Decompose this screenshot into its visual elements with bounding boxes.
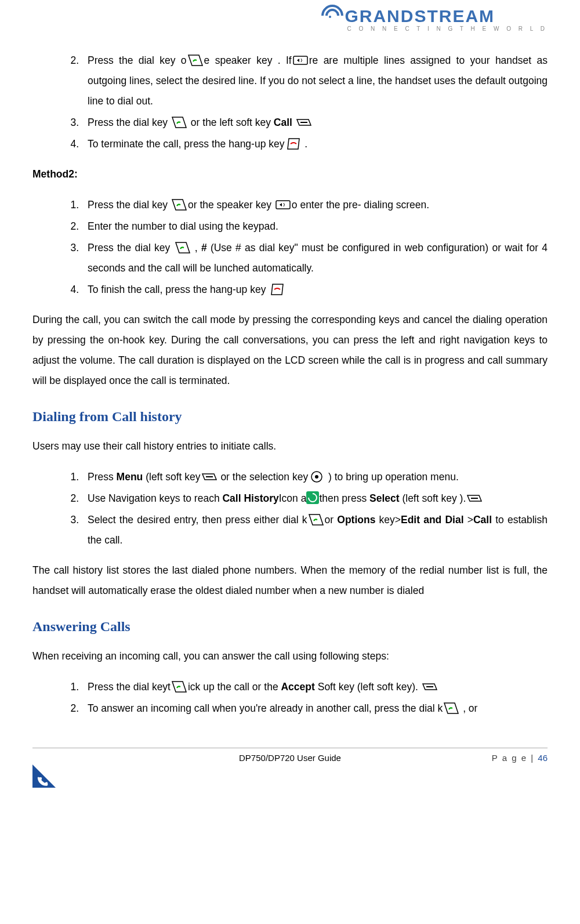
svg-rect-0 [293,56,307,64]
phone-icon [35,775,49,788]
method2-list: Press the dial key or the speaker key o … [32,195,548,300]
dial-key-icon [187,53,204,66]
list-item: Press the dial key oe speaker key . Ifre… [82,50,548,111]
answering-list: Press the dial keytick up the call or th… [32,677,548,719]
dial-key-icon [171,115,187,128]
hangup-key-icon [269,282,285,295]
list-item: Press the dial key , # (Use # as dial ke… [82,238,548,278]
list-item: Press Menu (left soft key or the selecti… [82,467,548,487]
svg-rect-2 [276,201,290,209]
page-footer: DP750/DP720 User Guide P a g e | 46 [32,748,548,788]
continuation-list: Press the dial key oe speaker key . Ifre… [32,50,548,154]
softkey-icon [422,680,438,693]
history-footnote: The call history list stores the last di… [32,560,548,601]
call-history-icon [306,491,319,504]
dial-key-icon [443,701,459,714]
history-list: Press Menu (left soft key or the selecti… [32,467,548,550]
footer-guide-title: DP750/DP720 User Guide [32,753,548,763]
speaker-key-icon [275,198,291,211]
dial-key-icon [171,198,187,211]
brand-wave-icon [321,5,345,28]
list-item: To answer an incoming call when you're a… [82,698,548,719]
page-header: GRANDSTREAM C O N N E C T I N G T H E W … [32,0,548,40]
brand-tagline: C O N N E C T I N G T H E W O R L D [321,26,548,32]
softkey-icon [296,115,312,128]
dial-key-icon [171,680,187,693]
heading-call-history: Dialing from Call history [32,403,548,430]
dial-key-icon [175,241,191,253]
list-item: Press the dial key or the left soft key … [82,113,548,133]
dial-key-icon [308,513,324,526]
list-item: To finish the call, press the hang-up ke… [82,280,548,300]
history-intro: Users may use their call history entries… [32,436,548,456]
answering-intro: When receiving an incoming call, you can… [32,646,548,666]
method2-label: Method2: [32,164,548,184]
list-item: To terminate the call, press the hang-up… [82,134,548,154]
list-item: Press the dial keytick up the call or th… [82,677,548,697]
brand-logo: GRANDSTREAM C O N N E C T I N G T H E W … [321,5,548,32]
brand-name: GRANDSTREAM [345,6,495,26]
list-item: Press the dial key or the speaker key o … [82,195,548,215]
softkey-icon [201,470,217,483]
list-item: Enter the number to dial using the keypa… [82,216,548,237]
hangup-key-icon [285,137,302,150]
list-item: Select the desired entry, then press eit… [82,510,548,550]
selection-key-icon [309,470,325,483]
list-item: Use Navigation keys to reach Call Histor… [82,488,548,509]
heading-answering: Answering Calls [32,613,548,640]
softkey-icon [466,491,483,504]
page-content: Press the dial key oe speaker key . Ifre… [32,50,548,719]
speaker-key-icon [292,53,309,66]
svg-point-5 [315,475,318,479]
during-call-paragraph: During the call, you can switch the call… [32,310,548,391]
